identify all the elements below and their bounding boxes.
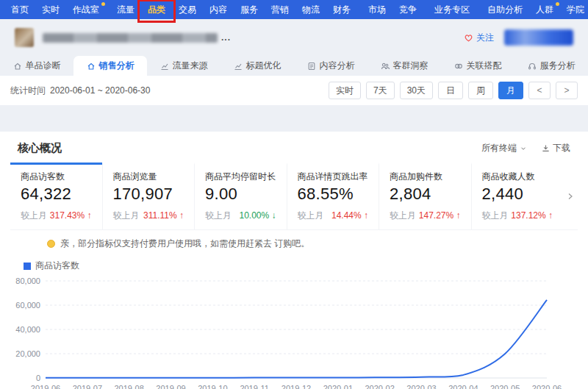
metric-card-avg-stay-time[interactable]: 商品平均停留时长 9.00 较上月 10.00% [194, 163, 287, 229]
tab-service-analysis[interactable]: 服务分析 [514, 56, 588, 76]
svg-text:0: 0 [36, 374, 40, 382]
nav-item-marketing[interactable]: 营销 [265, 0, 295, 19]
link-icon [454, 62, 463, 71]
section-gap [0, 105, 588, 132]
metric-value: 2,804 [390, 185, 461, 204]
chart-legend[interactable]: 商品访客数 [24, 260, 588, 272]
nav-item-logistics[interactable]: 物流 [295, 0, 326, 19]
change-value: 147.27% [419, 210, 461, 221]
nav-item-audience[interactable]: 人群 [529, 0, 560, 19]
range-button-month[interactable]: 月 [498, 82, 523, 99]
range-buttons: 实时 7天 30天 日 周 月 < > [329, 82, 578, 99]
home-icon [87, 62, 96, 71]
follow-label: 关注 [476, 32, 494, 44]
new-badge-dot [556, 2, 559, 6]
nav-item-academy[interactable]: 学院 [560, 0, 588, 19]
tab-title-optimization[interactable]: 标题优化 [220, 56, 294, 76]
metric-cards: 商品访客数 64,322 较上月 317.43% 商品浏览量 170,907 较… [10, 163, 578, 230]
nav-item-traffic[interactable]: 流量 [110, 0, 141, 19]
svg-text:2020-04: 2020-04 [448, 384, 478, 389]
terminal-filter-label: 所有终端 [481, 142, 517, 154]
new-badge-dot [101, 2, 105, 6]
compare-label: 较上月 [390, 210, 416, 222]
product-header: ... 关注 [0, 19, 588, 56]
document-icon [307, 62, 316, 71]
nav-item-market[interactable]: 市场 [362, 0, 392, 19]
nav-item-category[interactable]: 品类 [141, 0, 172, 19]
nav-item-label: 人群 [536, 4, 553, 15]
home-icon [13, 62, 22, 71]
tab-traffic-source[interactable]: 流量来源 [147, 56, 220, 76]
notice-text: 亲，部分指标仅支持付费用户使用哦，如需使用赶紧去 订购吧。 [60, 238, 309, 250]
product-thumbnail-redacted [15, 28, 34, 47]
svg-text:2020-03: 2020-03 [406, 384, 436, 389]
next-period-button[interactable]: > [556, 82, 578, 99]
metric-value: 64,322 [21, 185, 92, 204]
range-button-30d[interactable]: 30天 [400, 82, 433, 99]
compare-label: 较上月 [482, 210, 509, 222]
metric-card-pageviews[interactable]: 商品浏览量 170,907 较上月 311.11% [102, 163, 195, 229]
metric-card-add-to-cart[interactable]: 商品加购件数 2,804 较上月 147.27% [379, 163, 471, 229]
time-filter-row: 统计时间 2020-06-01 ~ 2020-06-30 实时 7天 30天 日… [0, 76, 588, 105]
stat-time-range: 2020-06-01 ~ 2020-06-30 [50, 85, 150, 96]
compare-label: 较上月 [205, 210, 232, 222]
change-value: 10.00% [239, 210, 276, 221]
tab-related-matching[interactable]: 关联搭配 [441, 56, 514, 76]
nav-item-realtime[interactable]: 实时 [35, 0, 66, 19]
nav-item-business-zone[interactable]: 业务专区 [428, 0, 476, 19]
nav-item-war-room[interactable]: 作战室 [66, 0, 106, 19]
tab-label: 关联搭配 [467, 60, 502, 72]
metric-value: 9.00 [205, 185, 276, 204]
change-value: 137.12% [511, 210, 553, 221]
tab-item-diagnosis[interactable]: 单品诊断 [0, 56, 74, 76]
stat-time-label: 统计时间 [10, 85, 46, 97]
download-icon [542, 144, 550, 152]
range-button-7d[interactable]: 7天 [366, 82, 395, 99]
nav-item-competition[interactable]: 竞争 [392, 0, 423, 19]
nav-item-finance[interactable]: 财务 [326, 0, 357, 19]
chevron-down-icon [520, 145, 527, 152]
tab-customer-insight[interactable]: 客群洞察 [368, 56, 441, 76]
nav-item-home[interactable]: 首页 [4, 0, 35, 19]
terminal-filter-dropdown[interactable]: 所有终端 [481, 142, 527, 154]
svg-text:2019-10: 2019-10 [198, 384, 227, 389]
warning-dot-icon [47, 240, 55, 248]
metric-label: 商品加购件数 [390, 171, 461, 183]
nav-item-service[interactable]: 服务 [234, 0, 265, 19]
nav-item-label: 作战室 [73, 4, 99, 15]
nav-item-trade[interactable]: 交易 [172, 0, 203, 19]
tab-sales-analysis[interactable]: 销售分析 [74, 56, 147, 76]
download-button[interactable]: 下载 [542, 142, 570, 154]
svg-text:2020-06: 2020-06 [532, 384, 562, 389]
legend-swatch [24, 263, 31, 270]
compare-label: 较上月 [298, 210, 324, 222]
prev-period-button[interactable]: < [528, 82, 551, 99]
metric-card-bounce-rate[interactable]: 商品详情页跳出率 68.55% 较上月 14.44% [287, 163, 379, 229]
range-button-week[interactable]: 周 [468, 82, 493, 99]
metric-card-visitors[interactable]: 商品访客数 64,322 较上月 317.43% [10, 163, 102, 229]
more-metrics-button[interactable] [563, 163, 578, 229]
svg-text:60,000: 60,000 [15, 301, 40, 310]
redacted-action-button[interactable] [504, 29, 573, 46]
top-nav: 首页 实时 作战室 流量 品类 交易 内容 服务 营销 物流 财务 市场 竞争 … [0, 0, 588, 19]
nav-item-content[interactable]: 内容 [203, 0, 234, 19]
svg-text:2019-08: 2019-08 [114, 384, 143, 389]
range-button-realtime[interactable]: 实时 [329, 82, 361, 99]
metric-card-favorites[interactable]: 商品收藏人数 2,440 较上月 137.12% [471, 163, 564, 229]
heart-icon [464, 33, 473, 43]
panel-title: 核心概况 [18, 141, 62, 155]
metric-label: 商品收藏人数 [482, 171, 553, 183]
svg-text:2020-05: 2020-05 [490, 384, 520, 389]
paid-feature-notice: 亲，部分指标仅支持付费用户使用哦，如需使用赶紧去 订购吧。 [47, 238, 570, 250]
visitors-trend-chart: 020,00040,00060,00080,0002019-062019-072… [9, 274, 582, 389]
tab-content-analysis[interactable]: 内容分析 [294, 56, 368, 76]
range-button-day[interactable]: 日 [438, 82, 463, 99]
nav-item-self-analysis[interactable]: 自助分析 [481, 0, 529, 19]
tab-label: 服务分析 [540, 60, 576, 72]
svg-text:80,000: 80,000 [15, 276, 40, 285]
metric-value: 170,907 [113, 185, 184, 204]
people-icon [381, 62, 390, 71]
svg-text:2020-02: 2020-02 [365, 384, 394, 389]
follow-button[interactable]: 关注 [464, 32, 494, 44]
panel-header: 核心概况 所有终端 下载 [0, 141, 588, 155]
